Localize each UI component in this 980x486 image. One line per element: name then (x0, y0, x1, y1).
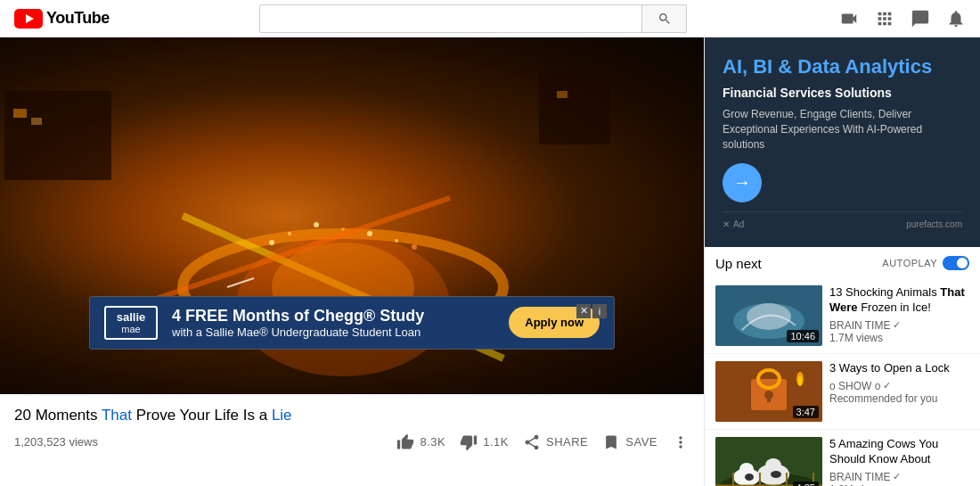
video-player[interactable]: sallie mae 4 FREE Months of Chegg® Study… (0, 37, 704, 394)
share-button[interactable]: SHARE (523, 433, 588, 451)
rec-verified-icon-3: ✓ (893, 471, 901, 482)
svg-rect-16 (31, 118, 42, 125)
sidebar-ad-label: ✕ Ad (723, 219, 744, 229)
sidebar-ad-domain: purefacts.com (906, 219, 962, 229)
video-section: sallie mae 4 FREE Months of Chegg® Study… (0, 37, 704, 486)
rec-title-3: 5 Amazing Cows You Should Know About (829, 437, 969, 467)
rec-info-3: 5 Amazing Cows You Should Know About BRA… (829, 437, 969, 486)
rec-video-3[interactable]: 4:35 5 Amazing Cows You Should Know Abou… (705, 430, 980, 486)
upload-button[interactable] (839, 9, 859, 29)
rec-channel-2: o SHOW o ✓ (829, 380, 969, 392)
rec-meta-1: 1.7M views (829, 332, 969, 344)
rec-video-2[interactable]: 3:47 3 Ways to Open a Lock o SHOW o ✓ Re… (705, 354, 980, 430)
ad-close-button[interactable]: ✕ (576, 304, 591, 318)
dislike-count: 1.1K (483, 435, 509, 449)
rec-title-2: 3 Ways to Open a Lock (829, 361, 969, 376)
ad-sub-text: with a Sallie Mae® Undergraduate Student… (172, 325, 494, 339)
like-count: 8.3K (420, 435, 445, 449)
rec-thumb-1: 10:46 (715, 285, 822, 346)
rec-channel-name-1: BRAIN TIME (829, 319, 890, 332)
svg-point-24 (747, 303, 791, 330)
brand-name: sallie (117, 311, 146, 324)
rec-channel-name-3: BRAIN TIME (829, 471, 890, 483)
video-title: 20 Moments That Prove Your Life Is a Lie (14, 405, 690, 426)
video-stats-row: 1,203,523 views 8.3K 1.1K (14, 433, 690, 451)
svg-rect-29 (767, 395, 771, 402)
more-button[interactable] (672, 433, 690, 451)
autoplay-label: AUTOPLAY (882, 258, 937, 268)
search-area (121, 4, 825, 33)
dislike-button[interactable]: 1.1K (460, 433, 509, 451)
messages-button[interactable] (911, 9, 930, 29)
video-title-link2[interactable]: Lie (272, 407, 292, 424)
header-icons (839, 9, 966, 29)
apps-icon (875, 9, 894, 29)
svg-point-5 (269, 240, 274, 245)
rec-meta-2: Recommended for you (829, 392, 969, 405)
brand-name-2: mae (121, 324, 140, 334)
header: YouTube (0, 0, 980, 37)
rec-verified-icon-2: ✓ (883, 380, 891, 391)
bell-icon (946, 9, 966, 29)
rec-thumb-3-img (715, 437, 822, 486)
notifications-button[interactable] (946, 9, 966, 29)
autoplay-toggle[interactable] (943, 256, 969, 270)
svg-point-38 (745, 474, 754, 481)
sidebar-ad-footer: ✕ Ad purefacts.com (723, 211, 962, 229)
svg-rect-15 (13, 109, 27, 118)
apps-button[interactable] (875, 9, 894, 29)
search-box (259, 4, 687, 33)
action-buttons: 8.3K 1.1K SHARE (396, 433, 690, 451)
ad-text: 4 FREE Months of Chegg® Study with a Sal… (172, 307, 494, 339)
thumbs-up-icon (396, 433, 414, 451)
rec-channel-1: BRAIN TIME ✓ (829, 319, 969, 332)
search-input[interactable] (260, 5, 641, 32)
video-title-plain: 20 Moments (14, 407, 102, 424)
rec-title-1: 13 Shocking Animals That Were Frozen in … (829, 285, 969, 316)
rec-verified-icon-1: ✓ (893, 319, 901, 331)
svg-point-7 (314, 222, 319, 227)
save-label: SAVE (625, 435, 657, 449)
ad-logo: sallie mae (104, 306, 158, 340)
save-button[interactable]: SAVE (602, 433, 657, 451)
share-label: SHARE (546, 435, 588, 449)
thumbs-down-icon (460, 433, 478, 451)
rec-meta-3: 1.8M views (829, 483, 969, 486)
rec-duration-2: 3:47 (793, 406, 819, 418)
main-layout: sallie mae 4 FREE Months of Chegg® Study… (0, 37, 980, 486)
rec-info-2: 3 Ways to Open a Lock o SHOW o ✓ Recomme… (829, 361, 969, 422)
ad-info-button[interactable]: i (592, 304, 607, 318)
sidebar-ad-desc: Grow Revenue, Engage Clients, Deliver Ex… (723, 107, 962, 152)
upload-icon (839, 9, 859, 29)
rec-thumb-2: 3:47 (715, 361, 822, 422)
svg-point-9 (367, 231, 372, 236)
rec-video-1[interactable]: 10:46 13 Shocking Animals That Were Froz… (705, 278, 980, 354)
rec-info-1: 13 Shocking Animals That Were Frozen in … (829, 285, 969, 346)
svg-point-6 (288, 232, 291, 235)
rec-duration-3: 4:35 (793, 482, 819, 486)
rec-channel-name-2: o SHOW o (829, 380, 880, 392)
rec-channel-3: BRAIN TIME ✓ (829, 471, 969, 483)
youtube-logo-text: YouTube (46, 9, 110, 28)
video-title-link1[interactable]: That (102, 407, 132, 424)
svg-point-31 (798, 376, 802, 385)
svg-point-35 (739, 463, 754, 475)
video-info: 20 Moments That Prove Your Life Is a Lie… (0, 394, 704, 457)
share-icon (523, 433, 541, 451)
search-icon (657, 12, 672, 26)
svg-point-8 (341, 227, 345, 231)
ad-main-text: 4 FREE Months of Chegg® Study (172, 307, 494, 325)
search-button[interactable] (641, 5, 686, 32)
youtube-logo-icon (14, 9, 43, 29)
more-icon (672, 433, 690, 451)
save-icon (602, 433, 620, 451)
sidebar-ad-title: AI, BI & Data Analytics (723, 55, 962, 78)
sidebar: AI, BI & Data Analytics Financial Servic… (704, 37, 980, 486)
up-next-header: Up next AUTOPLAY (705, 247, 980, 278)
banner-ad: sallie mae 4 FREE Months of Chegg® Study… (89, 296, 615, 350)
ad-text-label: Ad (733, 219, 744, 229)
sidebar-ad-cta-button[interactable]: → (723, 163, 762, 202)
ad-close-controls: ✕ i (576, 304, 607, 318)
svg-point-39 (771, 471, 781, 478)
like-button[interactable]: 8.3K (396, 433, 445, 451)
